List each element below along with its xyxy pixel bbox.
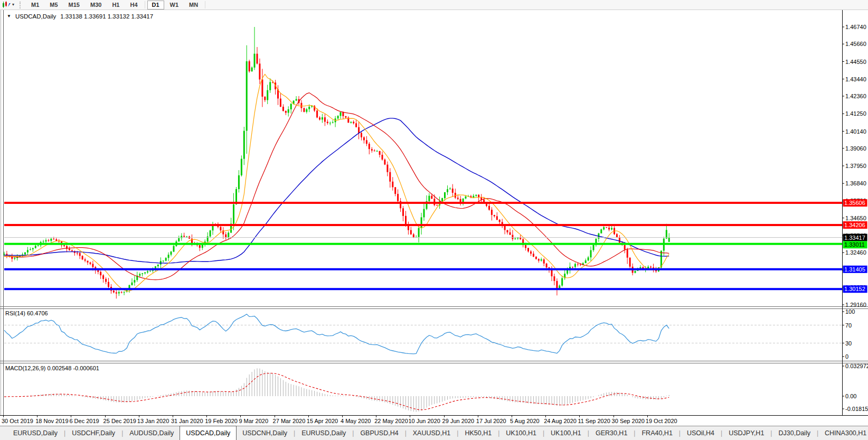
time-axis-label: 15 Apr 2020 [307,418,338,424]
time-axis-label: 18 Nov 2019 [35,418,68,424]
chart-tab-usdcnh-daily[interactable]: USDCNH,Daily [237,426,293,440]
chart-tab-usdjpy-h1[interactable]: USDJPY,H1 [723,426,770,440]
chart-tab-xauusd-h1[interactable]: XAUUSD,H1 [407,426,457,440]
time-axis-label: 19 Feb 2020 [205,418,238,424]
price-tag-label: 1.30152 [844,286,865,292]
time-axis-label: 4 May 2020 [341,418,371,424]
time-axis-tick [376,416,376,417]
toolbar-grip[interactable] [20,2,21,8]
price-axis-label: 1.43440 [845,76,866,82]
time-axis-label: 30 Sep 2020 [612,418,645,424]
chart-tab-usdchf-daily[interactable]: USDCHF,Daily [66,426,121,440]
time-axis-label: 19 Oct 2020 [646,418,677,424]
chart-tab-china300-h1[interactable]: CHINA300,H1 [819,426,868,440]
price-axis-label: 1.36840 [845,180,866,186]
time-axis-tick [71,416,71,417]
time-axis-tick [614,416,614,417]
chart-tab-eurusd-daily[interactable]: EURUSD,Daily [296,426,352,440]
chart-tab-uk100-h1[interactable]: UK100,H1 [545,426,587,440]
macd-indicator-label: MACD(12,26,9) 0.002548 -0.000601 [5,365,99,371]
price-tag-label: 1.31405 [844,266,865,273]
time-axis-tick [545,416,546,417]
timeframe-button-d1[interactable]: D1 [147,1,164,10]
price-tag-label: 1.35606 [844,200,865,206]
chart-tab-usoil-h4[interactable]: USOil,H4 [681,426,720,440]
timeframe-button-w1[interactable]: W1 [165,1,184,10]
chart-symbol-period: USDCAD,Daily [15,13,56,20]
price-axis-label: 1.34650 [845,215,866,221]
time-axis-label: 27 Mar 2020 [273,418,306,424]
chart-tab-hk50-h1[interactable]: HK50,H1 [459,426,497,440]
timeframe-button-m15[interactable]: M15 [64,1,84,10]
chart-tab-bar: EURUSD,Daily|USDCHF,Daily|AUDUSD,DailyUS… [0,426,868,440]
timeframe-button-mn[interactable]: MN [184,1,203,10]
dropdown-caret-icon[interactable]: ▾ [12,1,14,8]
time-axis-label: 11 Sep 2020 [578,418,610,424]
time-axis-tick [478,416,478,417]
time-axis-tick [105,416,106,417]
chart-tab-eurusd-daily[interactable]: EURUSD,Daily [7,426,63,440]
chart-tab-gbpusd-h4[interactable]: GBPUSD,H4 [354,426,404,440]
chart-tab-usdcad-daily[interactable]: USDCAD,Daily [180,426,237,440]
timeframe-button-m1[interactable]: M1 [26,1,44,10]
time-axis-tick [37,416,37,417]
rsi-axis-label: 70 [845,322,852,329]
time-axis-label: 13 Jan 2020 [137,418,169,424]
price-tag-label: 1.33011 [844,241,865,248]
time-axis-label: 17 Jul 2020 [476,418,506,424]
time-axis-tick [3,416,4,417]
time-axis-label: 6 Dec 2019 [69,418,99,424]
macd-axis-label: 0.00 [845,393,856,399]
price-axis-label: 1.45660 [845,41,866,47]
timeframe-button-h1[interactable]: H1 [107,1,124,10]
chart-caret-icon[interactable]: ▼ [7,14,11,18]
time-axis-tick [139,416,139,417]
time-axis-tick [444,416,445,417]
chart-tab-uk100-h1[interactable]: UK100,H1 [500,426,542,440]
time-axis-label: 31 Jan 2020 [171,418,203,424]
price-axis-label: 1.42360 [845,93,866,99]
time-axis-tick [275,416,275,417]
time-axis-tick [206,416,207,417]
timeframe-toolbar: ▾ M1M5M15M30H1H4D1W1MN [0,0,868,10]
chart-tools-icon[interactable] [2,1,11,8]
time-axis-tick [579,416,580,417]
toolbar-separator [145,1,145,8]
toolbar-separator [205,1,205,8]
timeframe-button-m5[interactable]: M5 [45,1,62,10]
rsi-axis-label: 30 [845,340,852,347]
time-axis-tick [647,416,648,417]
time-axis-tick [240,416,241,417]
chart-tab-ger30-h1[interactable]: GER30,H1 [590,426,633,440]
time-axis-label: 30 Oct 2019 [2,418,33,424]
price-axis-label: 1.40140 [845,128,866,135]
time-axis-label: 25 Dec 2019 [103,418,136,424]
price-tag-label: 1.34206 [844,222,865,228]
time-axis-label: 9 Mar 2020 [239,418,268,424]
timeframe-buttons: M1M5M15M30H1H4D1W1MN [26,1,207,10]
price-axis-label: 1.41250 [845,110,866,117]
rsi-indicator-label: RSI(14) 60.4706 [5,310,48,316]
rsi-axis-label: 0 [845,353,848,360]
price-axis-label: 1.44550 [845,59,866,65]
macd-axis-label: -0.018154 [845,406,868,412]
price-tag-label: 1.33417 [844,235,865,241]
price-axis-label: 1.32460 [845,249,866,256]
timeframe-button-h4[interactable]: H4 [125,1,142,10]
time-axis[interactable]: 30 Oct 201918 Nov 20196 Dec 201925 Dec 2… [0,415,868,426]
chart-tab-audusd-daily[interactable]: AUDUSD,Daily [124,426,180,440]
time-axis-tick [410,416,410,417]
chart-canvas[interactable]: 1.467401.456601.445501.434401.423601.412… [0,0,868,440]
price-axis-label: 1.46740 [845,24,866,30]
time-axis-label: 10 Jun 2020 [408,418,440,424]
chart-tab-fra40-h1[interactable]: FRA40,H1 [636,426,678,440]
time-axis-tick [342,416,343,417]
chart-ohlc-readout: 1.33138 1.33691 1.33132 1.33417 [60,13,153,20]
timeframe-button-m30[interactable]: M30 [86,1,106,10]
chart-tab-dj30-daily[interactable]: DJ30,Daily [772,426,816,440]
price-axis-label: 1.29160 [845,302,866,308]
chart-title: ▼ USDCAD,Daily 1.33138 1.33691 1.33132 1… [7,13,153,20]
macd-axis-label: 0.032972 [845,363,868,369]
chart-plot[interactable]: 1.467401.456601.445501.434401.423601.412… [0,0,868,440]
time-axis-label: 29 Jun 2020 [442,418,475,424]
